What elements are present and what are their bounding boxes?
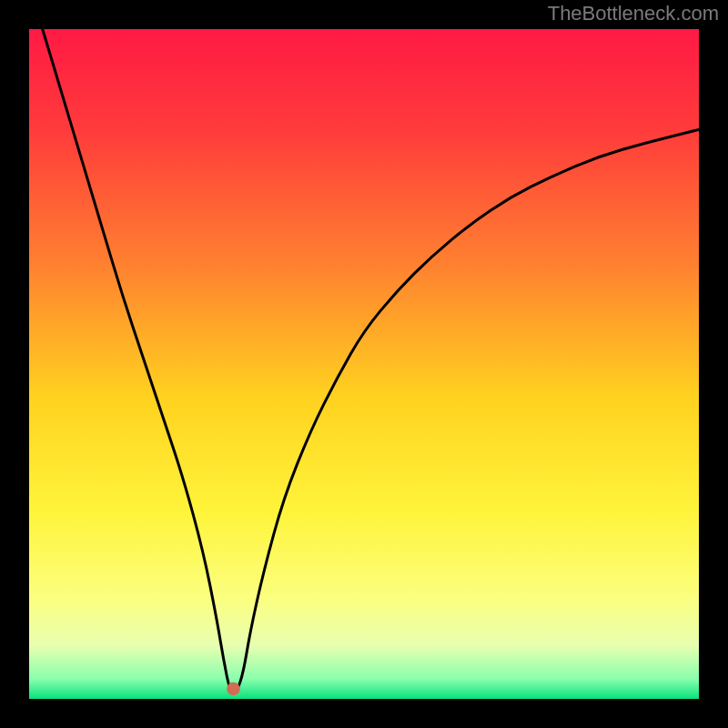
optimal-point-marker: [227, 682, 240, 696]
chart-background: [29, 29, 699, 699]
chart-container: TheBottleneck.com: [0, 0, 728, 728]
watermark-text: TheBottleneck.com: [548, 2, 719, 25]
bottleneck-chart: [0, 0, 728, 728]
